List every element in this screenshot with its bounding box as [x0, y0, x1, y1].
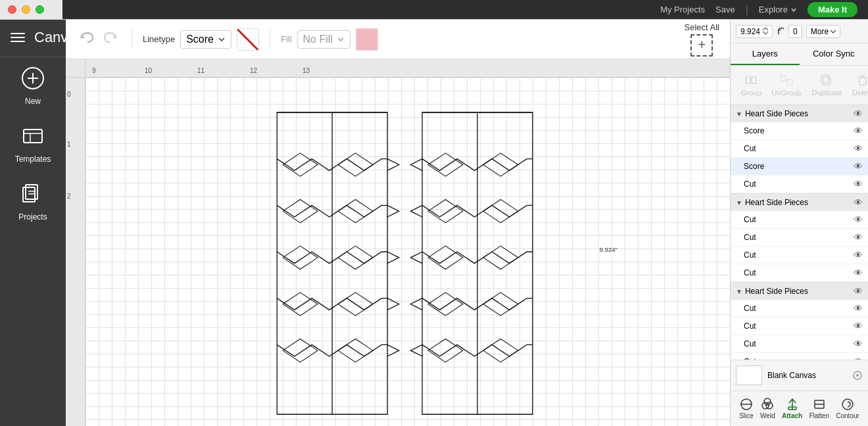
layer-item[interactable]: Cut 👁 [731, 318, 868, 335]
more-button[interactable]: More [806, 25, 840, 38]
delete-label: Delete [852, 89, 868, 97]
svg-point-31 [764, 398, 771, 405]
score-color-swatch [237, 28, 259, 51]
blank-canvas-label: Blank Canvas [767, 371, 847, 380]
header-block: Canvas [0, 20, 66, 57]
layer-item[interactable]: Cut 👁 [731, 211, 868, 229]
top-controls: 9.924 0 More [731, 20, 868, 43]
minimize-button[interactable] [22, 5, 30, 14]
svg-rect-22 [823, 77, 831, 85]
divider1 [132, 30, 132, 49]
layer-group-2: ▼ Heart Side Pieces 👁 Cut 👁 Cut 👁 Cut [731, 194, 868, 283]
redo-button[interactable] [101, 28, 121, 50]
canvas-drawing-area[interactable]: 9.924" [85, 78, 730, 426]
group-button[interactable]: Group [736, 71, 767, 99]
layer-item[interactable]: Cut 👁 [731, 229, 868, 247]
templates-label: Templates [15, 154, 51, 164]
eye-icon[interactable]: 👁 [854, 303, 863, 314]
left-sidebar: Canvas New [0, 20, 66, 426]
attach-button[interactable]: Attach [781, 396, 804, 421]
layer-item[interactable]: Cut 👁 [731, 335, 868, 353]
eye-icon[interactable]: 👁 [854, 321, 863, 331]
eye-icon[interactable]: 👁 [854, 214, 863, 225]
layer-group-1: ▼ Heart Side Pieces 👁 Score 👁 Cut 👁 Scor… [731, 105, 868, 194]
rotate-section: 0 [777, 25, 802, 38]
svg-rect-20 [781, 76, 786, 81]
canvas-settings-icon[interactable] [852, 370, 863, 381]
layer-item[interactable]: Cut 👁 [731, 176, 868, 193]
layer-item[interactable]: Cut 👁 [731, 264, 868, 282]
blank-canvas-area: Blank Canvas [731, 360, 868, 390]
separator: | [746, 4, 748, 16]
layer-item[interactable]: Cut 👁 [731, 140, 868, 158]
svg-point-30 [766, 402, 773, 409]
slice-button[interactable]: Slice [738, 396, 755, 421]
history-controls [76, 28, 121, 50]
chevron-icon: ▼ [736, 288, 742, 295]
tab-layers[interactable]: Layers [731, 43, 800, 65]
make-it-button[interactable]: Make It [808, 2, 857, 17]
svg-rect-23 [821, 75, 829, 83]
eye-icon[interactable]: 👁 [854, 268, 863, 278]
close-button[interactable] [8, 5, 16, 14]
my-projects-link[interactable]: My Projects [660, 5, 705, 14]
ruler-corner [66, 59, 85, 78]
tab-color-sync[interactable]: Color Sync [800, 43, 869, 65]
eye-icon[interactable]: 👁 [854, 143, 863, 154]
sidebar-item-new[interactable]: New [0, 57, 66, 115]
save-button[interactable]: Save [715, 5, 735, 14]
divider2 [270, 30, 270, 49]
svg-rect-21 [787, 80, 792, 85]
sidebar-item-projects[interactable]: Projects [0, 173, 66, 231]
chevron-icon: ▼ [736, 199, 742, 206]
layer-item[interactable]: Cut 👁 [731, 353, 868, 360]
eye-icon[interactable]: 👁 [854, 339, 863, 349]
undo-button[interactable] [76, 28, 96, 50]
delete-button[interactable]: Delete [847, 71, 868, 99]
layer-group-header-2[interactable]: ▼ Heart Side Pieces 👁 [731, 194, 868, 211]
bottom-toolbar: Slice Weld Attach [731, 390, 868, 426]
sidebar-item-templates[interactable]: Templates [0, 115, 66, 173]
hamburger-menu[interactable] [11, 33, 25, 42]
eye-icon[interactable]: 👁 [854, 161, 863, 172]
linetype-section: Linetype Score [143, 28, 259, 51]
linetype-label: Linetype [143, 34, 175, 44]
projects-icon [21, 182, 45, 208]
ungroup-button[interactable]: UnGroup [767, 71, 807, 99]
linetype-select[interactable]: Score [180, 30, 231, 49]
duplicate-button[interactable]: Duplicate [806, 71, 847, 99]
explore-button[interactable]: Explore [759, 5, 797, 14]
layer-item[interactable]: Score 👁 [731, 158, 868, 176]
eye-icon[interactable]: 👁 [854, 179, 863, 189]
svg-rect-17 [746, 77, 750, 83]
svg-rect-18 [752, 77, 756, 83]
fill-color-swatch [356, 28, 378, 51]
maximize-button[interactable] [36, 5, 44, 14]
panel-tabs: Layers Color Sync [731, 43, 868, 66]
x-position-input[interactable]: 9.924 [736, 25, 773, 38]
layer-group-header-3[interactable]: ▼ Heart Side Pieces 👁 [731, 283, 868, 300]
svg-rect-24 [859, 78, 866, 85]
eye-icon-group3[interactable]: 👁 [854, 286, 863, 296]
eye-icon-group2[interactable]: 👁 [854, 197, 863, 208]
group1-name: Heart Side Pieces [745, 109, 851, 118]
eye-icon-group1[interactable]: 👁 [854, 108, 863, 119]
eye-icon[interactable]: 👁 [854, 250, 863, 260]
svg-point-26 [856, 374, 859, 377]
eye-icon[interactable]: 👁 [854, 126, 863, 136]
eye-icon[interactable]: 👁 [854, 232, 863, 243]
layer-item[interactable]: Score 👁 [731, 122, 868, 140]
canvas-container: 9 10 11 12 13 0 1 2 [66, 59, 730, 426]
flatten-button[interactable]: Flatten [808, 396, 831, 421]
layer-item[interactable]: Cut 👁 [731, 300, 868, 318]
select-all-button[interactable]: Select All + [685, 22, 719, 57]
icon-action-bar: Group UnGroup Duplicate [731, 66, 868, 105]
layer-group-header-1[interactable]: ▼ Heart Side Pieces 👁 [731, 105, 868, 122]
toolbar: Linetype Score Fill No Fill [66, 20, 730, 59]
contour-button[interactable]: Contour [834, 396, 861, 421]
layer-item[interactable]: Cut 👁 [731, 247, 868, 264]
fill-select[interactable]: No Fill [297, 30, 350, 49]
fill-label: Fill [281, 34, 292, 44]
weld-button[interactable]: Weld [759, 396, 777, 421]
projects-label: Projects [18, 212, 47, 222]
